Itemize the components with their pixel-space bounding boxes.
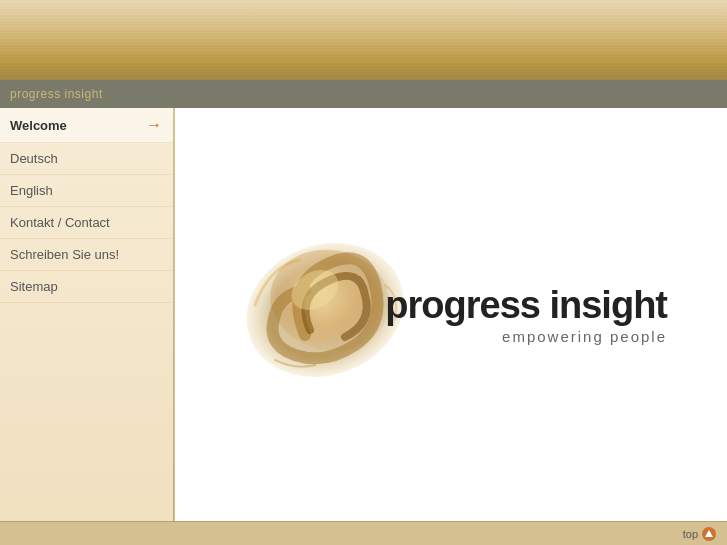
sidebar-item-schreiben-label: Schreiben Sie uns!: [10, 247, 162, 262]
logo-sub-text: empowering people: [385, 327, 667, 344]
title-bar: progress insight: [0, 80, 727, 108]
logo-main-text: progress insight: [385, 285, 667, 323]
top-button[interactable]: top: [683, 526, 717, 542]
logo-text-container: progress insight empowering people: [385, 285, 667, 344]
sidebar-item-english[interactable]: English: [0, 175, 174, 207]
sidebar-item-welcome[interactable]: Welcome →: [0, 108, 174, 143]
sidebar-item-kontakt-label: Kontakt / Contact: [10, 215, 162, 230]
sidebar-item-deutsch[interactable]: Deutsch: [0, 143, 174, 175]
sidebar-item-welcome-label: Welcome: [10, 118, 146, 133]
sidebar-item-kontakt[interactable]: Kontakt / Contact: [0, 207, 174, 239]
site-title: progress insight: [10, 87, 103, 101]
sidebar-item-english-label: English: [10, 183, 162, 198]
arrow-icon: →: [146, 116, 162, 134]
sidebar-item-deutsch-label: Deutsch: [10, 151, 162, 166]
top-icon: [701, 526, 717, 542]
sidebar-item-sitemap[interactable]: Sitemap: [0, 271, 174, 303]
sidebar-item-sitemap-label: Sitemap: [10, 279, 162, 294]
top-header: [0, 0, 727, 80]
sidebar: Welcome → Deutsch English Kontakt / Cont…: [0, 108, 175, 521]
top-label: top: [683, 528, 698, 540]
main-content: progress insight empowering people: [175, 108, 727, 521]
main-layout: Welcome → Deutsch English Kontakt / Cont…: [0, 108, 727, 521]
footer-bar: top: [0, 521, 727, 545]
logo-area: progress insight empowering people: [175, 108, 727, 521]
sidebar-item-schreiben[interactable]: Schreiben Sie uns!: [0, 239, 174, 271]
